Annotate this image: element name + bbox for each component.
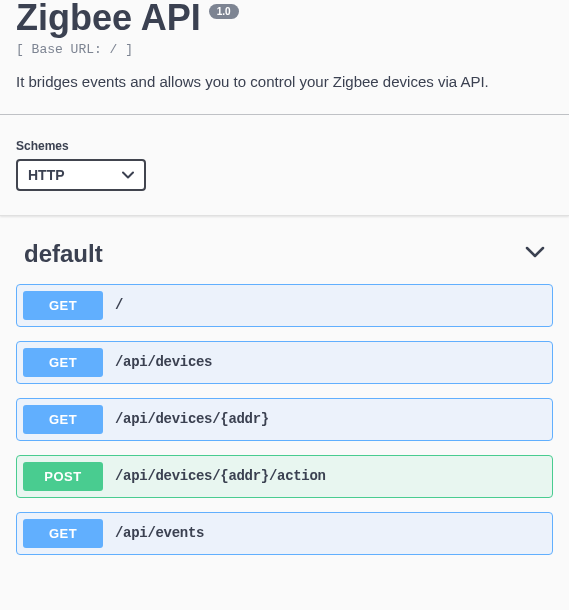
endpoint-row[interactable]: POST/api/devices/{addr}/action	[16, 455, 553, 498]
base-url: [ Base URL: / ]	[16, 42, 553, 57]
endpoint-path: /api/devices	[115, 354, 212, 370]
api-header: Zigbee API 1.0 [ Base URL: / ] It bridge…	[0, 0, 569, 115]
schemes-label: Schemes	[16, 139, 553, 153]
title-row: Zigbee API 1.0	[16, 0, 553, 36]
section-title: default	[24, 240, 103, 268]
http-method-badge: GET	[23, 291, 103, 320]
endpoints-list: GET/GET/api/devicesGET/api/devices/{addr…	[16, 284, 553, 555]
endpoint-row[interactable]: GET/api/events	[16, 512, 553, 555]
operations-section: default GET/GET/api/devicesGET/api/devic…	[0, 216, 569, 585]
chevron-down-icon	[122, 171, 134, 179]
endpoint-row[interactable]: GET/api/devices	[16, 341, 553, 384]
endpoint-path: /api/devices/{addr}	[115, 411, 269, 427]
endpoint-row[interactable]: GET/	[16, 284, 553, 327]
endpoint-path: /api/events	[115, 525, 204, 541]
scheme-select[interactable]: HTTP	[16, 159, 146, 191]
api-description: It bridges events and allows you to cont…	[16, 71, 553, 94]
api-title: Zigbee API	[16, 0, 201, 36]
version-badge: 1.0	[209, 4, 239, 19]
schemes-block: Schemes HTTP	[0, 115, 569, 216]
endpoint-path: /	[115, 297, 123, 313]
http-method-badge: GET	[23, 348, 103, 377]
scheme-selected-value: HTTP	[28, 167, 65, 183]
endpoint-path: /api/devices/{addr}/action	[115, 468, 326, 484]
chevron-down-icon	[525, 245, 545, 263]
endpoint-row[interactable]: GET/api/devices/{addr}	[16, 398, 553, 441]
http-method-badge: POST	[23, 462, 103, 491]
http-method-badge: GET	[23, 519, 103, 548]
section-header[interactable]: default	[16, 216, 553, 284]
http-method-badge: GET	[23, 405, 103, 434]
